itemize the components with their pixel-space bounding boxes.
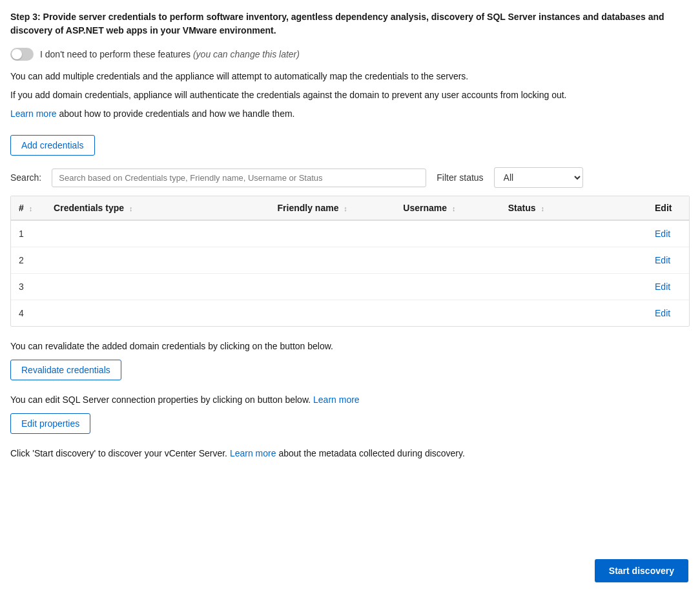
row-2-edit-link[interactable]: Edit (655, 255, 670, 265)
learn-more-link[interactable]: Learn more (10, 108, 57, 119)
filter-status-label: Filter status (437, 172, 483, 183)
sort-icon-hash: ↕ (29, 205, 33, 212)
row-4-cred-type (46, 300, 269, 327)
step-title: Step 3: Provide server credentials to pe… (10, 10, 690, 37)
row-4-edit-link[interactable]: Edit (655, 308, 670, 318)
row-2-status (500, 247, 647, 274)
sort-icon-cred: ↕ (129, 205, 133, 212)
row-2-num: 2 (11, 247, 46, 274)
credentials-table: # ↕ Credentials type ↕ Friendly name ↕ U… (11, 196, 689, 326)
search-input[interactable] (52, 169, 426, 187)
row-3-num: 3 (11, 274, 46, 300)
row-4-num: 4 (11, 300, 46, 327)
info-text-2: If you add domain credentials, appliance… (10, 88, 690, 102)
revalidate-section: You can revalidate the added domain cred… (10, 340, 690, 380)
row-3-friendly-name (270, 274, 396, 300)
row-1-num: 1 (11, 220, 46, 247)
filter-status-select[interactable]: All Valid Invalid Not validated (494, 167, 583, 188)
discovery-text: Click 'Start discovery' to discover your… (10, 447, 690, 460)
row-1-status (500, 220, 647, 247)
start-discovery-button[interactable]: Start discovery (595, 559, 688, 582)
row-3-status (500, 274, 647, 300)
learn-more-suffix: about how to provide credentials and how… (57, 108, 295, 119)
edit-properties-button[interactable]: Edit properties (10, 413, 90, 434)
toggle-thumb (12, 49, 22, 59)
toggle-row: I don't need to perform these features (… (10, 48, 690, 61)
revalidate-text: You can revalidate the added domain cred… (10, 340, 690, 353)
row-4-status (500, 300, 647, 327)
search-filter-row: Search: Filter status All Valid Invalid … (10, 167, 690, 188)
table-body: 1 Edit 2 Edit 3 Edit (11, 220, 689, 326)
info-text-1: You can add multiple credentials and the… (10, 70, 690, 83)
discovery-learn-more-link[interactable]: Learn more (230, 448, 276, 458)
row-4-edit: Edit (647, 300, 689, 327)
search-label: Search: (10, 172, 41, 183)
learn-more-row: Learn more about how to provide credenti… (10, 107, 690, 121)
table-header-row: # ↕ Credentials type ↕ Friendly name ↕ U… (11, 196, 689, 220)
toggle-label: I don't need to perform these features (… (40, 49, 300, 59)
row-2-cred-type (46, 247, 269, 274)
edit-props-learn-more-link[interactable]: Learn more (313, 394, 360, 405)
row-1-username (395, 220, 500, 247)
row-1-friendly-name (270, 220, 396, 247)
row-3-username (395, 274, 500, 300)
table-row: 3 Edit (11, 274, 689, 300)
row-3-cred-type (46, 274, 269, 300)
edit-properties-section: You can edit SQL Server connection prope… (10, 393, 690, 434)
toggle-switch[interactable] (10, 48, 34, 61)
row-3-edit-link[interactable]: Edit (655, 282, 670, 292)
table-row: 4 Edit (11, 300, 689, 327)
row-1-edit-link[interactable]: Edit (655, 229, 670, 239)
row-4-username (395, 300, 500, 327)
sort-icon-status: ↕ (540, 205, 544, 212)
row-1-cred-type (46, 220, 269, 247)
edit-props-text: You can edit SQL Server connection prope… (10, 393, 690, 407)
add-credentials-button[interactable]: Add credentials (10, 135, 95, 156)
row-3-edit: Edit (647, 274, 689, 300)
col-header-hash[interactable]: # ↕ (11, 196, 46, 220)
table-row: 2 Edit (11, 247, 689, 274)
revalidate-credentials-button[interactable]: Revalidate credentials (10, 360, 121, 380)
credentials-table-container: # ↕ Credentials type ↕ Friendly name ↕ U… (10, 196, 690, 327)
table-row: 1 Edit (11, 220, 689, 247)
row-2-friendly-name (270, 247, 396, 274)
col-header-username[interactable]: Username ↕ (395, 196, 500, 220)
toggle-note: (you can change this later) (193, 49, 300, 59)
sort-icon-friendly: ↕ (344, 205, 347, 212)
sort-icon-username: ↕ (452, 205, 456, 212)
col-header-status[interactable]: Status ↕ (500, 196, 647, 220)
col-header-edit: Edit (647, 196, 689, 220)
row-2-edit: Edit (647, 247, 689, 274)
row-2-username (395, 247, 500, 274)
col-header-cred-type[interactable]: Credentials type ↕ (46, 196, 269, 220)
col-header-friendly-name[interactable]: Friendly name ↕ (270, 196, 396, 220)
row-1-edit: Edit (647, 220, 689, 247)
row-4-friendly-name (270, 300, 396, 327)
toggle-track (10, 48, 34, 61)
